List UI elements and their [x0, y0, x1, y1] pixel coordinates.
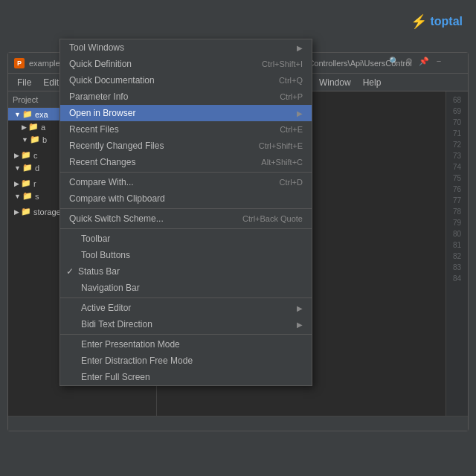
line-70: 70: [453, 117, 461, 128]
separator-5: [60, 334, 312, 335]
menu-item-bidi-text-direction[interactable]: Bidi Text Direction ▶: [60, 316, 312, 332]
folder-icon-r: 📁: [21, 178, 31, 188]
tree-arrow-c: ▶: [14, 152, 19, 159]
tree-arrow-exa: ▼: [14, 111, 21, 118]
menu-item-compare-with[interactable]: Compare With... Ctrl+D: [60, 174, 312, 190]
line-76: 76: [453, 184, 461, 195]
tree-arrow-storage: ▶: [14, 208, 19, 216]
tree-label-storage: storage: [33, 208, 61, 216]
folder-icon-s: 📁: [22, 191, 33, 201]
menu-file[interactable]: File: [11, 76, 37, 89]
separator-2: [60, 208, 312, 209]
menu-item-compare-clipboard[interactable]: Compare with Clipboard: [60, 190, 312, 207]
tree-arrow-s: ▼: [14, 193, 21, 200]
tree-label-s: s: [35, 192, 39, 201]
menu-item-toolbar[interactable]: Toolbar: [60, 231, 312, 247]
toptal-lightning-icon: ⚡: [411, 13, 427, 30]
line-72: 72: [453, 139, 461, 150]
separator-1: [60, 172, 312, 173]
menu-item-quick-documentation[interactable]: Quick Documentation Ctrl+Q: [60, 72, 312, 89]
tree-label-b: b: [42, 135, 47, 144]
menu-help[interactable]: Help: [357, 76, 387, 89]
line-numbers: 68 69 70 71 72 73 74 75 76 77 78 79 80 8…: [446, 91, 468, 431]
menu-item-navigation-bar[interactable]: Navigation Bar: [60, 280, 312, 296]
menu-item-presentation-mode[interactable]: Enter Presentation Mode: [60, 336, 312, 353]
line-73: 73: [453, 150, 461, 161]
tree-label-a: a: [41, 123, 45, 132]
line-82: 82: [453, 251, 461, 262]
folder-icon-b: 📁: [30, 135, 40, 144]
pin-icon[interactable]: 📌: [417, 54, 431, 68]
minimize-icon[interactable]: −: [432, 54, 446, 68]
menu-item-full-screen[interactable]: Enter Full Screen: [60, 369, 312, 385]
folder-icon-exa: 📁: [22, 109, 33, 119]
folder-icon-a: 📁: [28, 122, 39, 132]
line-79: 79: [453, 217, 461, 228]
menu-item-tool-buttons[interactable]: Tool Buttons: [60, 247, 312, 263]
menu-item-quick-switch-scheme[interactable]: Quick Switch Scheme... Ctrl+Back Quote: [60, 210, 312, 227]
line-83: 83: [453, 262, 461, 273]
settings-icon[interactable]: ⚙: [402, 54, 416, 68]
tree-label-r: r: [33, 179, 36, 188]
search-icon[interactable]: 🔍: [387, 54, 401, 68]
folder-icon-c: 📁: [21, 150, 31, 160]
separator-3: [60, 228, 312, 229]
line-77: 77: [453, 195, 461, 206]
folder-icon-storage: 📁: [21, 207, 31, 216]
submenu-arrow-browser: ▶: [297, 109, 303, 118]
line-74: 74: [453, 161, 461, 173]
tree-arrow-r: ▶: [14, 180, 19, 187]
menu-item-recent-files[interactable]: Recent Files Ctrl+E: [60, 121, 312, 138]
line-81: 81: [453, 239, 461, 251]
menu-window[interactable]: Window: [313, 76, 357, 89]
check-mark-status-bar: ✓: [66, 266, 74, 277]
toptal-text: toptal: [430, 15, 463, 28]
toolbar-icons: 🔍 ⚙ 📌 −: [387, 53, 446, 69]
menu-item-quick-definition[interactable]: Quick Definition Ctrl+Shift+I: [60, 56, 312, 72]
folder-icon-d: 📁: [22, 163, 33, 173]
menu-item-recently-changed-files[interactable]: Recently Changed Files Ctrl+Shift+E: [60, 138, 312, 154]
tree-label-exa: exa: [35, 110, 48, 119]
tree-arrow-a: ▶: [22, 123, 27, 131]
menu-item-open-in-browser[interactable]: Open in Browser ▶: [60, 105, 312, 121]
line-84: 84: [453, 273, 461, 284]
line-78: 78: [453, 206, 461, 217]
line-69: 69: [453, 106, 461, 117]
status-bar: [8, 416, 468, 431]
line-75: 75: [453, 173, 461, 184]
menu-item-tool-windows[interactable]: Tool Windows ▶: [60, 39, 312, 56]
submenu-arrow-active-editor: ▶: [297, 304, 303, 312]
submenu-arrow-bidi: ▶: [297, 321, 303, 329]
menu-item-recent-changes[interactable]: Recent Changes Alt+Shift+C: [60, 154, 312, 170]
menu-item-parameter-info[interactable]: Parameter Info Ctrl+P: [60, 89, 312, 105]
tree-label-d: d: [35, 164, 39, 173]
app-icon: P: [14, 58, 25, 68]
menu-item-active-editor[interactable]: Active Editor ▶: [60, 300, 312, 316]
tree-arrow-b: ▼: [22, 136, 28, 144]
line-68: 68: [453, 94, 461, 106]
separator-4: [60, 298, 312, 298]
line-71: 71: [453, 128, 461, 139]
tree-label-c: c: [33, 151, 38, 160]
tree-arrow-d: ▼: [14, 164, 21, 172]
menu-item-status-bar[interactable]: ✓ Status Bar: [60, 263, 312, 280]
view-dropdown-menu: Tool Windows ▶ Quick Definition Ctrl+Shi…: [60, 39, 312, 386]
line-80: 80: [453, 228, 461, 239]
toptal-logo: ⚡ toptal: [411, 13, 463, 30]
submenu-arrow-tool-windows: ▶: [297, 44, 303, 52]
menu-item-distraction-free[interactable]: Enter Distraction Free Mode: [60, 353, 312, 369]
